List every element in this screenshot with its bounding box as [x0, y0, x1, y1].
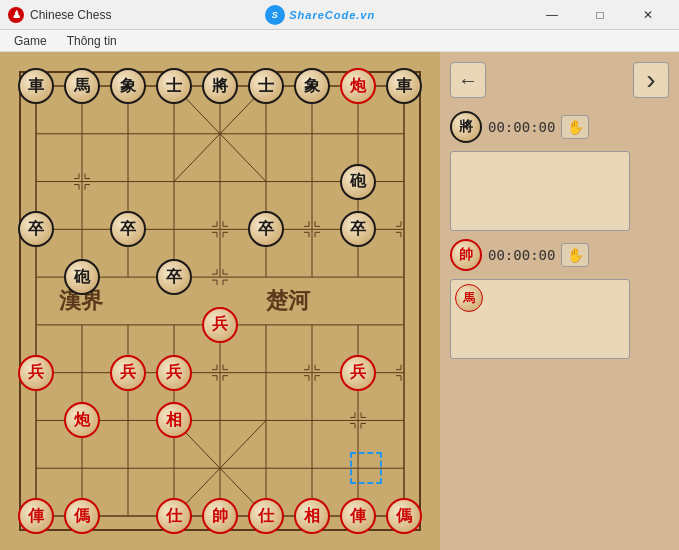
board-area: 漢界 楚河 車馬象士將士象炮車砲卒卒卒卒砲卒兵兵兵兵兵炮相俥傌仕帥仕相俥傌 Co…: [0, 52, 440, 550]
menu-game[interactable]: Game: [4, 32, 57, 50]
chess-piece[interactable]: 車: [386, 68, 422, 104]
forward-button[interactable]: ›: [633, 62, 669, 98]
menu-bar: Game Thông tin: [0, 30, 679, 52]
chess-piece[interactable]: 砲: [340, 164, 376, 200]
red-player-row: 帥 00:00:00 ✋: [450, 239, 669, 271]
window-controls: — □ ✕: [529, 5, 671, 25]
watermark: S ShareCode.vn: [265, 5, 375, 25]
captured-piece: 馬: [455, 284, 483, 312]
chess-piece[interactable]: 砲: [64, 259, 100, 295]
chess-piece[interactable]: 將: [202, 68, 238, 104]
chess-piece[interactable]: 俥: [18, 498, 54, 534]
chess-piece[interactable]: 卒: [156, 259, 192, 295]
black-timer: 00:00:00: [488, 119, 555, 135]
chess-piece[interactable]: 相: [294, 498, 330, 534]
cursor-highlight: [350, 452, 382, 484]
black-player-piece: 將: [450, 111, 482, 143]
chess-piece[interactable]: 兵: [340, 355, 376, 391]
title-bar-left: ♟ Chinese Chess: [8, 7, 111, 23]
title-bar: ♟ Chinese Chess S ShareCode.vn — □ ✕: [0, 0, 679, 30]
chess-piece[interactable]: 兵: [18, 355, 54, 391]
app-title: Chinese Chess: [30, 8, 111, 22]
maximize-button[interactable]: □: [577, 5, 623, 25]
chess-piece[interactable]: 卒: [18, 211, 54, 247]
app-icon: ♟: [8, 7, 24, 23]
chess-piece[interactable]: 仕: [248, 498, 284, 534]
right-panel: ← › 將 00:00:00 ✋ 帥 00:00:00 ✋ 馬: [440, 52, 679, 550]
chess-piece[interactable]: 象: [110, 68, 146, 104]
black-timer-btn[interactable]: ✋: [561, 115, 589, 139]
close-button[interactable]: ✕: [625, 5, 671, 25]
chess-piece[interactable]: 卒: [110, 211, 146, 247]
chess-piece[interactable]: 兵: [110, 355, 146, 391]
chess-piece[interactable]: 傌: [386, 498, 422, 534]
sharecode-icon: S: [265, 5, 285, 25]
nav-row: ← ›: [450, 62, 669, 98]
chess-piece[interactable]: 卒: [340, 211, 376, 247]
main-content: 漢界 楚河 車馬象士將士象炮車砲卒卒卒卒砲卒兵兵兵兵兵炮相俥傌仕帥仕相俥傌 Co…: [0, 52, 679, 550]
chess-piece[interactable]: 卒: [248, 211, 284, 247]
chess-piece[interactable]: 俥: [340, 498, 376, 534]
chess-piece[interactable]: 兵: [202, 307, 238, 343]
red-capture-box: 馬: [450, 279, 630, 359]
red-player-piece: 帥: [450, 239, 482, 271]
red-timer-btn[interactable]: ✋: [561, 243, 589, 267]
chess-piece[interactable]: 馬: [64, 68, 100, 104]
red-timer: 00:00:00: [488, 247, 555, 263]
chess-piece[interactable]: 車: [18, 68, 54, 104]
chess-piece[interactable]: 炮: [64, 402, 100, 438]
chess-piece[interactable]: 兵: [156, 355, 192, 391]
chess-piece[interactable]: 士: [248, 68, 284, 104]
minimize-button[interactable]: —: [529, 5, 575, 25]
menu-info[interactable]: Thông tin: [57, 32, 127, 50]
black-player-row: 將 00:00:00 ✋: [450, 111, 669, 143]
sharecode-logo: S ShareCode.vn: [265, 5, 375, 25]
chess-piece[interactable]: 仕: [156, 498, 192, 534]
black-capture-box: [450, 151, 630, 231]
chess-piece[interactable]: 相: [156, 402, 192, 438]
back-button[interactable]: ←: [450, 62, 486, 98]
chess-board[interactable]: 漢界 楚河 車馬象士將士象炮車砲卒卒卒卒砲卒兵兵兵兵兵炮相俥傌仕帥仕相俥傌 Co…: [10, 62, 430, 540]
chess-piece[interactable]: 傌: [64, 498, 100, 534]
chess-piece[interactable]: 炮: [340, 68, 376, 104]
chess-piece[interactable]: 士: [156, 68, 192, 104]
chess-piece[interactable]: 象: [294, 68, 330, 104]
chess-piece[interactable]: 帥: [202, 498, 238, 534]
